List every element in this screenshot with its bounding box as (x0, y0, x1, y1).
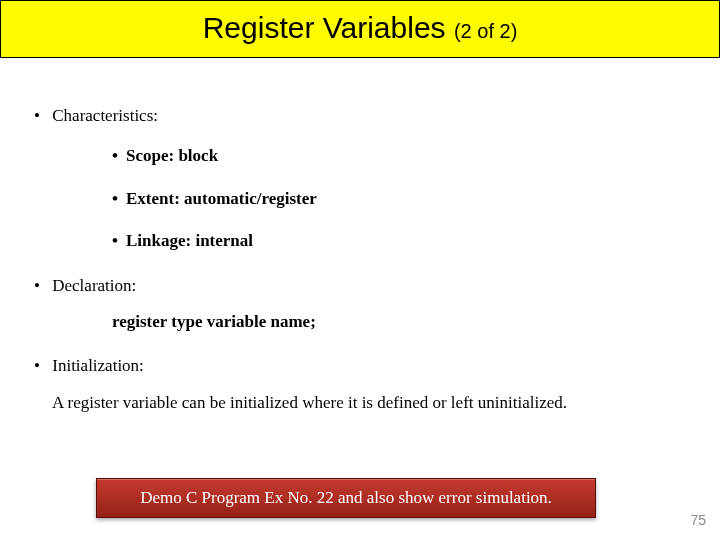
list-item-label: Scope: block (126, 146, 218, 165)
bullet-icon: • (34, 356, 48, 376)
list-item-label: Linkage: internal (126, 231, 253, 250)
page-number: 75 (690, 512, 706, 528)
list-item: •Scope: block (112, 146, 700, 166)
characteristics-list: •Scope: block •Extent: automatic/registe… (112, 146, 700, 251)
bullet-icon: • (112, 146, 126, 166)
bullet-icon: • (112, 189, 126, 209)
list-item: •Linkage: internal (112, 231, 700, 251)
list-item: •Extent: automatic/register (112, 189, 700, 209)
list-item-label: Extent: automatic/register (126, 189, 317, 208)
characteristics-heading: Characteristics: (52, 106, 158, 125)
bullet-icon: • (34, 106, 48, 126)
declaration-body: register type variable name; (112, 312, 700, 332)
slide-title-sub: (2 of 2) (454, 20, 517, 42)
slide-title: Register Variables (203, 11, 454, 44)
initialization-body: A register variable can be initialized w… (52, 393, 700, 413)
demo-text: Demo C Program Ex No. 22 and also show e… (140, 488, 552, 507)
characteristics-section: • Characteristics: •Scope: block •Extent… (34, 106, 700, 252)
initialization-section: • Initialization: A register variable ca… (34, 356, 700, 413)
title-bar: Register Variables (2 of 2) (0, 0, 720, 58)
declaration-heading: Declaration: (52, 276, 136, 295)
bullet-icon: • (34, 276, 48, 296)
initialization-heading: Initialization: (52, 356, 144, 375)
declaration-section: • Declaration: register type variable na… (34, 276, 700, 333)
content-area: • Characteristics: •Scope: block •Extent… (0, 58, 720, 413)
bullet-icon: • (112, 231, 126, 251)
demo-callout: Demo C Program Ex No. 22 and also show e… (96, 478, 596, 518)
